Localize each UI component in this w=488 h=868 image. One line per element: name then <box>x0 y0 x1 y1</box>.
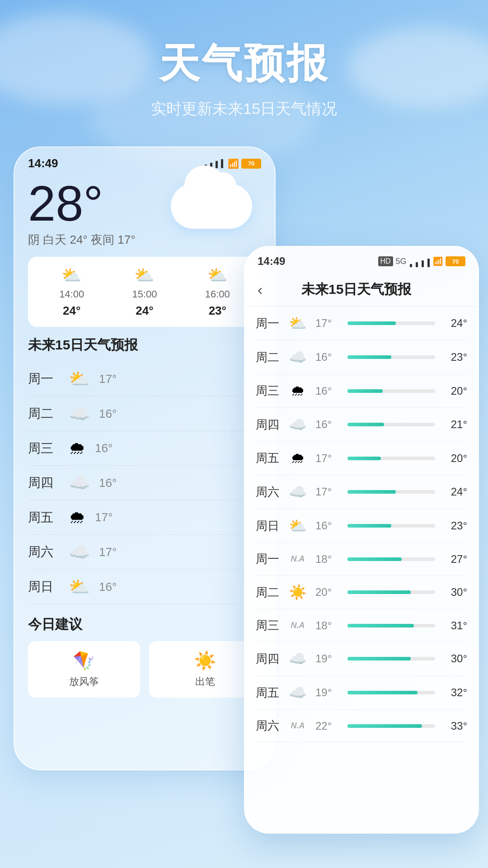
temp-bar-container <box>347 423 435 426</box>
temp-bar <box>347 423 384 426</box>
right-forecast-row: 周三 🌧 16° 20° <box>256 374 467 408</box>
header-section: 天气预报 实时更新未来15日天气情况 <box>0 0 488 119</box>
right-forecast-day: 周二 <box>256 585 287 600</box>
forecast-row: 周二 ☁️ 16° <box>28 396 261 431</box>
hour-time: 16:00 <box>205 288 230 300</box>
forecast-weather-icon: ☁️ <box>287 483 308 500</box>
right-phone-header: ‹ 未来15日天气预报 <box>245 271 478 307</box>
temp-bar <box>347 389 383 393</box>
forecast-day: 周六 <box>28 543 60 561</box>
forecast-low-temp: 16° <box>95 441 122 455</box>
right-forecast-row: 周四 ☁️ 16° 21° <box>256 408 467 442</box>
back-button[interactable]: ‹ <box>258 281 263 298</box>
forecast-icon: ⛅ <box>69 577 90 597</box>
right-forecast-low: 20° <box>315 586 340 599</box>
right-forecast-low: 19° <box>315 686 340 699</box>
temp-bar-container <box>347 691 435 694</box>
temp-bar <box>347 457 381 460</box>
hourly-item: ⛅ 16:00 23° <box>181 266 254 318</box>
forecast-day: 周一 <box>28 370 60 387</box>
right-forecast-high: 23° <box>442 519 467 532</box>
forecast-row: 周四 ☁️ 16° <box>28 466 261 500</box>
right-forecast-day: 周四 <box>256 417 287 433</box>
hour-temp: 24° <box>136 304 153 318</box>
right-forecast-row: 周五 🌧 17° 20° <box>256 442 467 475</box>
temp-bar-container <box>347 557 435 561</box>
forecast-day: 周三 <box>28 440 60 457</box>
hourly-forecast-card: ⛅ 14:00 24° ⛅ 15:00 24° ⛅ 16:00 23° <box>28 257 261 327</box>
hour-temp: 23° <box>209 304 226 318</box>
hour-weather-icon: ⛅ <box>207 266 228 285</box>
forecast-day: 周五 <box>28 509 60 526</box>
forecast-day: 周日 <box>28 578 60 595</box>
battery-icon: 70 <box>241 159 261 169</box>
right-status-time: 14:49 <box>258 255 285 268</box>
page-subtitle: 实时更新未来15日天气情况 <box>0 99 488 119</box>
right-forecast-row: 周四 ☁️ 19° 30° <box>256 642 467 676</box>
advice-cards: 🪁 放风筝 ☀️ 出笔 <box>28 641 261 698</box>
right-forecast-day: 周一 <box>256 316 287 331</box>
temp-bar-container <box>347 624 435 627</box>
temp-bar-container <box>347 389 435 393</box>
right-status-icons: HD 5G 📶 70 <box>378 255 466 267</box>
forecast-weather-icon: ☁️ <box>287 416 308 433</box>
right-forecast-low: 16° <box>315 351 340 363</box>
left-phone: 14:49 📶 70 28° 阴 白天 24° 夜间 17° <box>14 146 276 770</box>
hour-temp: 24° <box>63 304 80 318</box>
forecast-row: 周六 ☁️ 17° <box>28 535 261 570</box>
right-forecast-day: 周三 <box>256 618 287 633</box>
forecast-weather-icon: ☁️ <box>287 349 308 366</box>
temp-bar-container <box>347 524 435 528</box>
forecast-low-temp: 16° <box>99 580 126 594</box>
advice-section: 今日建议 🪁 放风筝 ☀️ 出笔 <box>28 615 261 698</box>
right-forecast-high: 30° <box>442 652 467 665</box>
right-forecast-low: 17° <box>315 452 340 465</box>
advice-icon: ☀️ <box>158 650 252 671</box>
right-forecast-low: 18° <box>315 619 340 632</box>
right-forecast-row: 周六 ☁️ 17° 24° <box>256 475 467 509</box>
temp-bar <box>347 355 391 359</box>
forecast-low-temp: 16° <box>99 476 126 490</box>
right-forecast-high: 21° <box>442 418 467 431</box>
signal-icon-right <box>409 255 430 267</box>
right-forecast-day: 周六 <box>256 718 287 734</box>
right-forecast-low: 18° <box>315 553 340 566</box>
forecast-day: 周二 <box>28 405 60 422</box>
right-forecast-row: 周六 N.A 22° 33° <box>256 710 467 742</box>
forecast-weather-icon: ⛅ <box>287 517 308 534</box>
right-forecast-low: 16° <box>315 385 340 397</box>
forecast-icon: ☁️ <box>69 404 90 424</box>
page-title: 天气预报 <box>0 36 488 91</box>
forecast-low-temp: 17° <box>99 372 126 386</box>
current-weather: 28° 阴 白天 24° 夜间 17° ⛅ 14:00 24° ⛅ 15:00 … <box>14 179 275 698</box>
phones-container: 14:49 📶 70 28° 阴 白天 24° 夜间 17° <box>0 146 488 816</box>
right-forecast-high: 33° <box>442 720 467 732</box>
temp-bar <box>347 691 418 694</box>
hour-weather-icon: ⛅ <box>134 266 155 285</box>
temp-bar <box>347 321 396 325</box>
right-battery-icon: 70 <box>446 256 465 266</box>
temp-bar-container <box>347 490 435 494</box>
temp-bar-container <box>347 657 435 660</box>
right-forecast-high: 24° <box>442 317 467 330</box>
left-forecast-list: 周一 ⛅ 17° 周二 ☁️ 16° 周三 🌧 16° 周四 ☁️ 16° 周五… <box>28 362 261 604</box>
right-forecast-low: 17° <box>315 486 340 498</box>
temp-bar <box>347 657 411 660</box>
temp-bar-container <box>347 724 435 728</box>
right-forecast-row: 周二 ☀️ 20° 30° <box>256 576 467 609</box>
right-forecast-high: 20° <box>442 452 467 465</box>
forecast-low-temp: 17° <box>99 545 126 559</box>
forecast-day: 周四 <box>28 474 60 491</box>
hourly-item: ⛅ 14:00 24° <box>35 266 108 318</box>
5g-icon: 5G <box>396 257 407 266</box>
forecast-row: 周日 ⛅ 16° <box>28 570 261 604</box>
right-phone: 14:49 HD 5G 📶 70 ‹ 未来15日天气预报 周一 <box>244 246 479 834</box>
right-status-bar: 14:49 HD 5G 📶 70 <box>245 247 478 271</box>
temp-bar <box>347 524 391 528</box>
forecast-row: 周三 🌧 16° <box>28 431 261 466</box>
temp-bar-container <box>347 321 435 325</box>
right-forecast-day: 周六 <box>256 484 287 500</box>
forecast-low-temp: 16° <box>99 407 126 421</box>
right-forecast-low: 22° <box>315 720 340 732</box>
right-forecast-day: 周二 <box>256 349 287 365</box>
